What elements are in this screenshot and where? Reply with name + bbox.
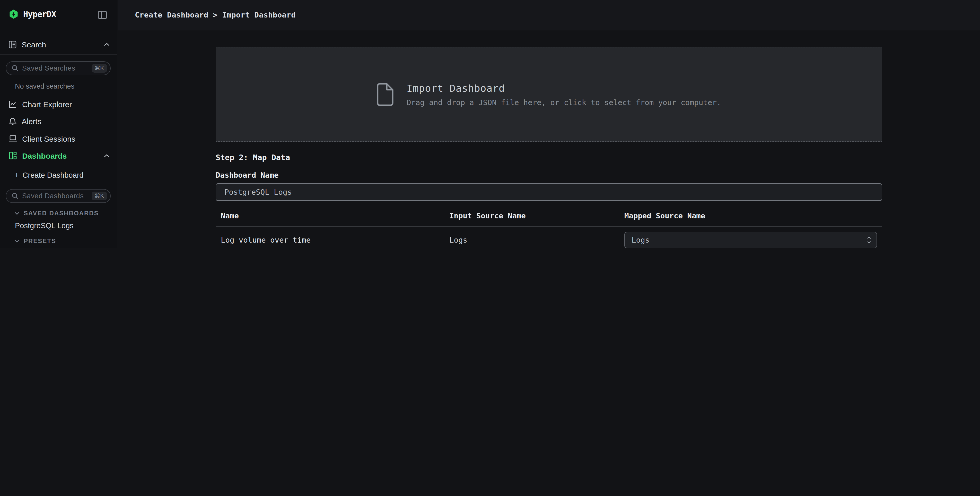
app-window: HyperDX Search Saved Search bbox=[0, 0, 980, 248]
sidebar-item-alerts[interactable]: Alerts bbox=[0, 114, 117, 128]
import-dropzone[interactable]: Import Dashboard Drag and drop a JSON fi… bbox=[216, 47, 882, 142]
table-header-row: Name Input Source Name Mapped Source Nam… bbox=[216, 212, 882, 226]
search-icon bbox=[12, 65, 19, 72]
presets-group-header[interactable]: PRESETS bbox=[14, 238, 56, 245]
dashboards-icon bbox=[9, 152, 17, 159]
source-mapping-table: Name Input Source Name Mapped Source Nam… bbox=[216, 212, 882, 248]
chevron-down-icon bbox=[14, 239, 19, 242]
laptop-icon bbox=[9, 135, 17, 142]
nav-label: Dashboards bbox=[22, 151, 67, 160]
dashboard-name-label: Dashboard Name bbox=[216, 171, 882, 179]
dropzone-texts: Import Dashboard Drag and drop a JSON fi… bbox=[407, 82, 721, 106]
row-input-source: Logs bbox=[449, 236, 624, 244]
divider bbox=[0, 54, 117, 54]
no-saved-searches-note: No saved searches bbox=[15, 82, 75, 90]
chevron-up-icon bbox=[104, 154, 110, 157]
select-value: Logs bbox=[632, 236, 867, 244]
plus-icon: + bbox=[14, 171, 19, 179]
sidebar-item-chart-explorer[interactable]: Chart Explorer bbox=[0, 97, 117, 111]
column-header-mapped-source: Mapped Source Name bbox=[624, 212, 882, 220]
column-header-name: Name bbox=[221, 212, 449, 220]
mapped-source-select[interactable]: Logs bbox=[624, 231, 877, 248]
chevron-up-icon bbox=[104, 43, 110, 46]
nav-label: Chart Explorer bbox=[22, 100, 72, 108]
group-header-label: PRESETS bbox=[24, 238, 56, 245]
row-name: Log volume over time bbox=[221, 236, 449, 244]
search-panel-icon bbox=[9, 41, 16, 48]
saved-dashboards-placeholder: Saved Dashboards bbox=[22, 192, 88, 200]
sidebar-collapse-icon[interactable] bbox=[98, 11, 107, 19]
sidebar-section-search[interactable]: Search bbox=[9, 40, 110, 49]
file-icon bbox=[377, 83, 394, 106]
search-section-label: Search bbox=[22, 40, 46, 49]
sidebar-item-client-sessions[interactable]: Client Sessions bbox=[0, 132, 117, 145]
divider bbox=[0, 165, 117, 165]
nav-label: Alerts bbox=[22, 116, 41, 125]
sidebar-item-dashboards[interactable]: Dashboards bbox=[0, 149, 117, 162]
step-label: Step 2: Map Data bbox=[216, 153, 882, 162]
app-title: HyperDX bbox=[23, 9, 56, 19]
saved-dashboards-input[interactable]: Saved Dashboards ⌘K bbox=[6, 189, 111, 203]
sidebar-item-postgresql-logs[interactable]: PostgreSQL Logs bbox=[15, 222, 73, 230]
dashboard-name-input[interactable] bbox=[216, 183, 882, 201]
dropzone-subtitle: Drag and drop a JSON file here, or click… bbox=[407, 98, 721, 106]
group-header-label: SAVED DASHBOARDS bbox=[24, 210, 99, 217]
sidebar: HyperDX Search Saved Search bbox=[0, 0, 117, 248]
chevron-down-icon bbox=[14, 212, 19, 215]
select-chevrons-icon bbox=[867, 236, 872, 244]
create-dashboard-label: Create Dashboard bbox=[23, 171, 84, 179]
create-dashboard-button[interactable]: + Create Dashboard bbox=[14, 171, 84, 179]
main-content: Import Dashboard Drag and drop a JSON fi… bbox=[118, 31, 980, 248]
chart-icon bbox=[9, 100, 17, 108]
hyperdx-logo-icon bbox=[9, 9, 19, 19]
saved-searches-input[interactable]: Saved Searches ⌘K bbox=[6, 61, 111, 75]
dropzone-title: Import Dashboard bbox=[407, 82, 721, 94]
shortcut-badge: ⌘K bbox=[91, 191, 107, 200]
nav-label: Client Sessions bbox=[22, 134, 75, 143]
topbar: Create Dashboard > Import Dashboard bbox=[118, 0, 980, 30]
search-icon bbox=[12, 193, 19, 199]
bell-icon bbox=[9, 117, 16, 125]
breadcrumb: Create Dashboard > Import Dashboard bbox=[135, 11, 296, 19]
app-logo[interactable]: HyperDX bbox=[9, 9, 56, 19]
saved-dashboards-group-header[interactable]: SAVED DASHBOARDS bbox=[14, 210, 99, 217]
saved-searches-placeholder: Saved Searches bbox=[22, 64, 88, 72]
shortcut-badge: ⌘K bbox=[91, 64, 107, 73]
column-header-input-source: Input Source Name bbox=[449, 212, 624, 220]
table-row: Log volume over time Logs Logs bbox=[216, 226, 882, 248]
